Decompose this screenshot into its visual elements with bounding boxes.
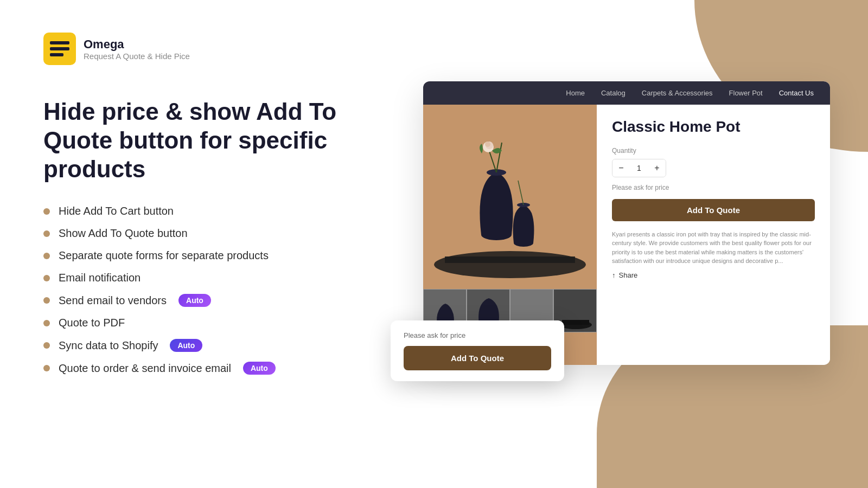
feature-text-5: Send email to vendors <box>59 294 167 307</box>
feature-text-3: Separate quote forms for separate produc… <box>59 249 269 262</box>
logo-line-3 <box>50 53 63 56</box>
quantity-label: Quantity <box>612 147 815 155</box>
share-icon: ↑ <box>612 271 616 279</box>
bullet-5 <box>43 297 50 304</box>
nav-catalog[interactable]: Catalog <box>601 89 626 97</box>
product-title: Classic Home Pot <box>612 118 815 136</box>
share-label: Share <box>619 271 638 279</box>
svg-point-12 <box>485 142 490 147</box>
feature-item-2: Show Add To Quote button <box>43 227 363 240</box>
product-description: Kyari presents a classic iron pot with t… <box>612 230 815 266</box>
popup-ask-price: Please ask for price <box>404 331 551 339</box>
quantity-decrease-button[interactable]: − <box>612 159 630 177</box>
logo-subtitle: Request A Quote & Hide Pice <box>84 52 190 61</box>
feature-item-3: Separate quote forms for separate produc… <box>43 249 363 262</box>
bullet-6 <box>43 320 50 326</box>
svg-point-1 <box>434 251 586 278</box>
bullet-3 <box>43 253 50 259</box>
svg-rect-2 <box>445 256 575 263</box>
logo-area: Omega Request A Quote & Hide Pice <box>43 33 363 65</box>
add-to-quote-button[interactable]: Add To Quote <box>612 199 815 221</box>
badge-auto-1: Auto <box>178 294 211 307</box>
bullet-7 <box>43 342 50 349</box>
feature-item-4: Email notification <box>43 272 363 284</box>
bullet-8 <box>43 365 50 371</box>
ask-price-text: Please ask for price <box>612 184 815 191</box>
logo-icon <box>43 33 76 65</box>
logo-name: Omega <box>84 37 190 52</box>
product-details: Classic Home Pot Quantity − 1 + Please a… <box>597 105 830 365</box>
product-illustration <box>423 105 597 289</box>
logo-line-1 <box>50 41 69 44</box>
page-headline: Hide price & show Add To Quote button fo… <box>43 98 363 183</box>
feature-item-8: Quote to order & send invoice email Auto <box>43 362 363 375</box>
feature-text-2: Show Add To Quote button <box>59 227 188 240</box>
feature-list: Hide Add To Cart button Show Add To Quot… <box>43 205 363 375</box>
nav-home[interactable]: Home <box>566 89 585 97</box>
logo-text-block: Omega Request A Quote & Hide Pice <box>84 37 190 61</box>
logo-line-2 <box>50 47 69 50</box>
feature-item-7: Sync data to Shopify Auto <box>43 339 363 352</box>
popup-add-to-quote-button[interactable]: Add To Quote <box>404 346 551 370</box>
nav-contact[interactable]: Contact Us <box>779 89 814 97</box>
nav-flower-pot[interactable]: Flower Pot <box>729 89 763 97</box>
feature-text-1: Hide Add To Cart button <box>59 205 174 217</box>
feature-text-6: Quote to PDF <box>59 317 125 329</box>
badge-auto-2: Auto <box>170 339 202 352</box>
product-image-main <box>423 105 597 289</box>
badge-auto-3: Auto <box>243 362 276 375</box>
quantity-increase-button[interactable]: + <box>648 159 666 177</box>
bullet-4 <box>43 275 50 281</box>
quantity-value: 1 <box>630 164 648 172</box>
left-panel: Omega Request A Quote & Hide Pice Hide p… <box>0 0 407 488</box>
bullet-2 <box>43 230 50 237</box>
floating-popup: Please ask for price Add To Quote <box>391 320 564 381</box>
feature-text-4: Email notification <box>59 272 141 284</box>
feature-item-1: Hide Add To Cart button <box>43 205 363 217</box>
feature-item-5: Send email to vendors Auto <box>43 294 363 307</box>
bullet-1 <box>43 208 50 215</box>
feature-item-6: Quote to PDF <box>43 317 363 329</box>
nav-carpets[interactable]: Carpets & Accessories <box>642 89 713 97</box>
quantity-control: − 1 + <box>612 159 666 177</box>
share-link[interactable]: ↑ Share <box>612 271 815 279</box>
feature-text-7: Sync data to Shopify <box>59 339 158 352</box>
feature-text-8: Quote to order & send invoice email <box>59 362 231 375</box>
right-panel: Home Catalog Carpets & Accessories Flowe… <box>423 81 868 365</box>
browser-nav: Home Catalog Carpets & Accessories Flowe… <box>423 81 830 105</box>
svg-rect-23 <box>562 320 589 325</box>
